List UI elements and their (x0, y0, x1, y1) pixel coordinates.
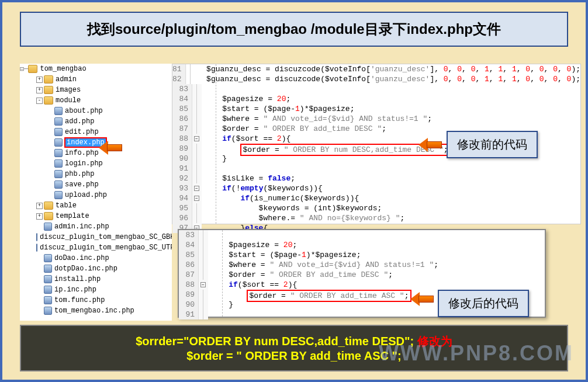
expand-icon[interactable]: + (36, 77, 43, 83)
tree-item[interactable]: doDao.inc.php (20, 253, 172, 263)
code-line[interactable]: 86 $where = " AND vote_id={$vid} AND sta… (179, 260, 545, 270)
code-line[interactable]: 85 $start = ($page-1)*$pagesize; (172, 104, 580, 114)
expand-icon[interactable]: + (36, 213, 43, 220)
folder-icon (44, 75, 53, 84)
file-icon (44, 286, 52, 294)
code-text (208, 310, 210, 320)
fold-gutter (199, 300, 208, 310)
fold-gutter (199, 310, 208, 320)
file-icon (54, 107, 63, 115)
code-line[interactable]: 95 $keywords = (int)$keywords; (172, 203, 580, 213)
tree-label: images (56, 86, 81, 94)
tree-item[interactable]: tom.func.php (20, 295, 172, 305)
line-number: 94 (172, 193, 192, 203)
tree-label: about.php (65, 107, 103, 115)
tree-item[interactable]: +admin (20, 74, 172, 85)
folder-icon (28, 65, 37, 73)
code-line[interactable]: 86 $where = " AND vote_id={$vid} AND sta… (172, 114, 580, 124)
tree-item[interactable]: +table (20, 200, 172, 211)
tree-label: login.php (65, 159, 103, 168)
expand-icon[interactable]: + (36, 87, 43, 93)
code-line[interactable]: 83 (172, 84, 580, 94)
file-icon (54, 170, 63, 178)
tree-item[interactable]: info.php (20, 148, 172, 158)
callout-after: 修改后的代码 (438, 290, 529, 317)
fold-gutter (192, 94, 202, 104)
tree-item[interactable]: edit.php (20, 127, 172, 137)
expand-icon[interactable]: - (36, 98, 43, 104)
tree-label: admin (56, 75, 77, 84)
tree-item[interactable]: discuz_plugin_tom_mengbao_SC_GBK.xml (20, 232, 172, 242)
tree-item[interactable]: about.php (20, 106, 172, 116)
fold-toggle-icon[interactable]: − (194, 196, 199, 201)
code-line[interactable]: 85 $start = ($page-1)*$pagesize; (179, 250, 545, 260)
tree-label: info.php (65, 149, 99, 157)
code-text: $pagesize = 20; (202, 94, 290, 104)
file-icon (44, 296, 52, 304)
code-line[interactable]: 84 $pagesize = 20; (179, 240, 545, 250)
fold-toggle-icon[interactable]: − (194, 136, 199, 141)
expand-icon[interactable]: + (36, 203, 43, 209)
file-tree[interactable]: ⊟─ tom_mengbao +admin+images-moduleabout… (20, 64, 172, 321)
tree-item[interactable]: discuz_plugin_tom_mengbao_SC_UTF8.xml (20, 242, 172, 253)
fold-gutter: − (192, 193, 202, 203)
code-line[interactable]: 83 (179, 230, 545, 240)
line-number: 91 (172, 164, 192, 173)
code-line[interactable]: 93− if(!empty($keywords)){ (172, 183, 580, 193)
fold-gutter: − (192, 183, 202, 193)
tree-item[interactable]: +images (20, 85, 172, 95)
tree-item[interactable]: install.php (20, 274, 172, 284)
code-text (208, 230, 210, 240)
file-icon (44, 307, 52, 315)
file-icon (54, 117, 63, 126)
file-icon (36, 233, 37, 241)
tree-item[interactable]: save.php (20, 179, 172, 190)
code-text (202, 164, 204, 173)
code-text: if($sort == 2){ (208, 280, 297, 290)
tree-item[interactable]: admin.inc.php (20, 221, 172, 232)
tree-root[interactable]: ⊟─ tom_mengbao (20, 64, 172, 74)
code-line[interactable]: 96 $where.= " AND no={$keywords} "; (172, 213, 580, 223)
tree-label: discuz_plugin_tom_mengbao_SC_UTF8.xml (40, 244, 172, 252)
code-line[interactable]: 91 (172, 164, 580, 173)
line-number: 85 (172, 104, 192, 114)
tree-item[interactable]: index.php (20, 137, 172, 148)
tree-item[interactable]: ip.inc.php (20, 284, 172, 295)
fold-toggle-icon[interactable]: − (194, 186, 199, 191)
tree-label: tom_mengbao.inc.php (54, 307, 134, 315)
code-line[interactable]: 94− if(is_numeric($keywords)){ (172, 193, 580, 203)
tree-item[interactable]: +template (20, 211, 172, 221)
tree-item[interactable]: -module (20, 95, 172, 106)
tree-item[interactable]: dotpDao.inc.php (20, 263, 172, 274)
file-icon (54, 149, 63, 157)
code-text: if(is_numeric($keywords)){ (202, 193, 359, 203)
summary-line1: $orrder="ORDER BY num DESC,add_time DESD… (136, 334, 452, 349)
line-number: 86 (172, 114, 192, 124)
fold-gutter (192, 154, 202, 164)
tree-item[interactable]: upload.php (20, 190, 172, 200)
fold-gutter (199, 260, 208, 270)
code-line[interactable]: 84 $pagesize = 20; (172, 94, 580, 104)
code-line[interactable]: 88− if($sort == 2){ (179, 280, 545, 290)
tree-item[interactable]: add.php (20, 116, 172, 127)
line-number: 96 (172, 213, 192, 223)
arrow-to-after (410, 292, 434, 306)
tree-item[interactable]: tom_mengbao.inc.php (20, 305, 172, 316)
code-line[interactable]: 92 $isLike = false; (172, 173, 580, 183)
code-text: if(!empty($keywords)){ (202, 183, 323, 193)
line-number: 93 (172, 183, 192, 193)
file-icon (54, 159, 63, 168)
code-text: $where.= " AND no={$keywords} "; (202, 213, 404, 223)
line-number: 88 (172, 134, 192, 144)
tree-item[interactable]: phb.php (20, 169, 172, 179)
code-line[interactable]: 87 $order = " ORDER BY add_time DESC "; (179, 270, 545, 280)
tree-label: install.php (54, 275, 101, 283)
tree-label: template (56, 212, 89, 220)
tree-item[interactable]: login.php (20, 158, 172, 169)
line-number: 90 (172, 154, 192, 164)
file-icon (36, 244, 37, 252)
code-line[interactable]: 81 $guanzu_desc = discuzcode($voteInfo['… (172, 64, 580, 74)
code-line[interactable]: 82 $guanzu_desc = discuzcode($voteInfo['… (172, 74, 580, 84)
fold-toggle-icon[interactable]: − (200, 282, 206, 287)
code-text: $order = " ORDER BY add_time DESC "; (202, 124, 386, 134)
